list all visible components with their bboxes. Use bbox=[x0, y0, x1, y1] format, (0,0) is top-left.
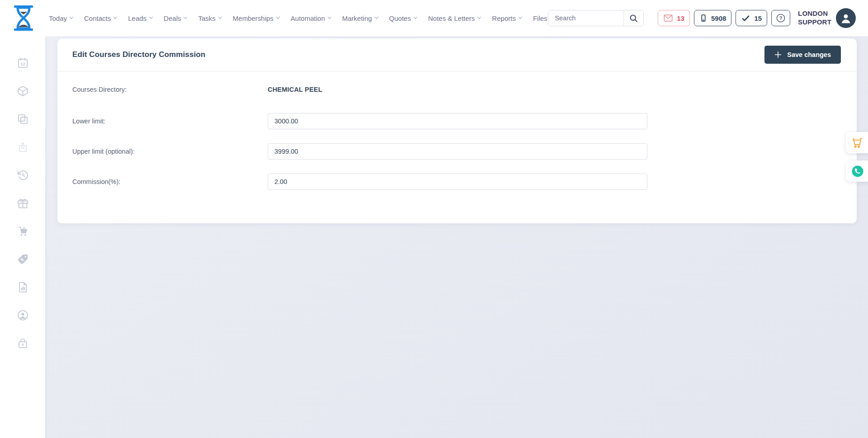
nav-item-files[interactable]: Files bbox=[533, 14, 547, 22]
nav-item-today[interactable]: Today bbox=[49, 14, 73, 22]
user-name: LONDON SUPPORT bbox=[798, 9, 831, 27]
nav-item-leads[interactable]: Leads bbox=[128, 14, 152, 22]
magnifier-icon bbox=[629, 14, 638, 23]
edit-commission-panel: Edit Courses Directory Commission Save c… bbox=[57, 38, 857, 223]
gift-icon[interactable] bbox=[17, 197, 29, 209]
panel-body: Courses Directory: CHEMICAL PEEL Lower l… bbox=[57, 71, 857, 190]
messages-count: 13 bbox=[677, 14, 684, 22]
checkmark-icon bbox=[741, 14, 750, 23]
main-nav: Today Contacts Leads Deals Tasks Members… bbox=[49, 14, 547, 22]
lower-limit-label: Lower limit: bbox=[72, 118, 268, 125]
svg-text:12: 12 bbox=[20, 61, 25, 66]
cart-icon[interactable] bbox=[17, 225, 29, 237]
save-changes-button[interactable]: Save changes bbox=[764, 46, 841, 64]
report-document-icon[interactable] bbox=[17, 281, 29, 293]
app-root: Today Contacts Leads Deals Tasks Members… bbox=[0, 0, 868, 438]
question-mark-icon: ? bbox=[775, 13, 786, 24]
commission-input[interactable] bbox=[268, 174, 647, 190]
help-button[interactable]: ? bbox=[771, 10, 790, 26]
upper-limit-row: Upper limit (optional): bbox=[72, 143, 842, 160]
nav-item-reports[interactable]: Reports bbox=[492, 14, 522, 22]
search-input[interactable] bbox=[548, 10, 623, 26]
tasks-count: 15 bbox=[754, 14, 762, 22]
lock-icon[interactable] bbox=[17, 337, 29, 349]
chevron-down-icon bbox=[327, 15, 331, 19]
nav-item-marketing[interactable]: Marketing bbox=[342, 14, 378, 22]
cube-icon[interactable] bbox=[17, 85, 29, 97]
nav-item-quotes[interactable]: Quotes bbox=[389, 14, 417, 22]
floating-whatsapp-button[interactable] bbox=[846, 160, 868, 182]
mobile-phone-icon bbox=[699, 14, 708, 23]
chevron-down-icon bbox=[218, 15, 222, 19]
copy-icon[interactable] bbox=[17, 113, 29, 125]
calls-count: 5908 bbox=[711, 14, 726, 22]
chevron-down-icon bbox=[184, 15, 187, 19]
bag-download-icon[interactable] bbox=[17, 141, 29, 153]
chevron-down-icon bbox=[149, 15, 153, 19]
chevron-down-icon bbox=[113, 15, 117, 19]
lower-limit-row: Lower limit: bbox=[72, 113, 842, 129]
nav-item-automation[interactable]: Automation bbox=[291, 14, 331, 22]
upper-limit-input[interactable] bbox=[268, 143, 647, 160]
avatar[interactable] bbox=[836, 8, 856, 28]
chevron-down-icon bbox=[276, 15, 280, 19]
sidebar: 12 bbox=[0, 36, 45, 438]
price-tag-icon[interactable]: $ bbox=[17, 253, 29, 265]
upper-limit-label: Upper limit (optional): bbox=[72, 148, 268, 155]
nav-item-deals[interactable]: Deals bbox=[164, 14, 187, 22]
top-header: Today Contacts Leads Deals Tasks Members… bbox=[0, 0, 868, 36]
floating-cart-button[interactable] bbox=[846, 132, 868, 153]
panel-header: Edit Courses Directory Commission Save c… bbox=[57, 38, 857, 71]
lower-limit-input[interactable] bbox=[268, 113, 647, 129]
commission-row: Commission(%): bbox=[72, 174, 842, 190]
nav-item-contacts[interactable]: Contacts bbox=[84, 14, 117, 22]
chevron-down-icon bbox=[477, 15, 481, 19]
tasks-badge[interactable]: 15 bbox=[736, 10, 767, 26]
calls-badge[interactable]: 5908 bbox=[694, 10, 731, 26]
chevron-down-icon bbox=[519, 15, 522, 19]
cart-icon bbox=[851, 137, 863, 149]
nav-item-tasks[interactable]: Tasks bbox=[198, 14, 221, 22]
chevron-down-icon bbox=[414, 15, 417, 19]
svg-text:?: ? bbox=[779, 15, 783, 21]
courses-directory-label: Courses Directory: bbox=[72, 86, 268, 93]
plus-icon bbox=[774, 51, 782, 58]
user-menu[interactable]: LONDON SUPPORT bbox=[798, 8, 856, 28]
user-circle-icon[interactable] bbox=[17, 309, 29, 321]
chevron-down-icon bbox=[70, 15, 73, 19]
global-search bbox=[548, 10, 644, 26]
messages-badge[interactable]: 13 bbox=[658, 10, 690, 26]
header-right-cluster: 13 5908 15 ? bbox=[548, 8, 856, 28]
hourglass-logo-icon bbox=[12, 5, 35, 31]
history-icon[interactable] bbox=[17, 169, 29, 181]
calendar-icon[interactable]: 12 bbox=[17, 57, 29, 69]
person-icon bbox=[839, 11, 853, 25]
search-button[interactable] bbox=[623, 10, 643, 26]
courses-directory-row: Courses Directory: CHEMICAL PEEL bbox=[72, 81, 842, 98]
page-title: Edit Courses Directory Commission bbox=[72, 50, 205, 59]
commission-label: Commission(%): bbox=[72, 178, 268, 185]
courses-directory-value: CHEMICAL PEEL bbox=[268, 86, 322, 93]
company-logo[interactable] bbox=[12, 5, 35, 31]
nav-item-memberships[interactable]: Memberships bbox=[233, 14, 279, 22]
nav-item-notes-letters[interactable]: Notes & Letters bbox=[428, 14, 481, 22]
chevron-down-icon bbox=[374, 15, 378, 19]
envelope-icon bbox=[663, 13, 673, 23]
whatsapp-phone-icon bbox=[851, 165, 864, 178]
